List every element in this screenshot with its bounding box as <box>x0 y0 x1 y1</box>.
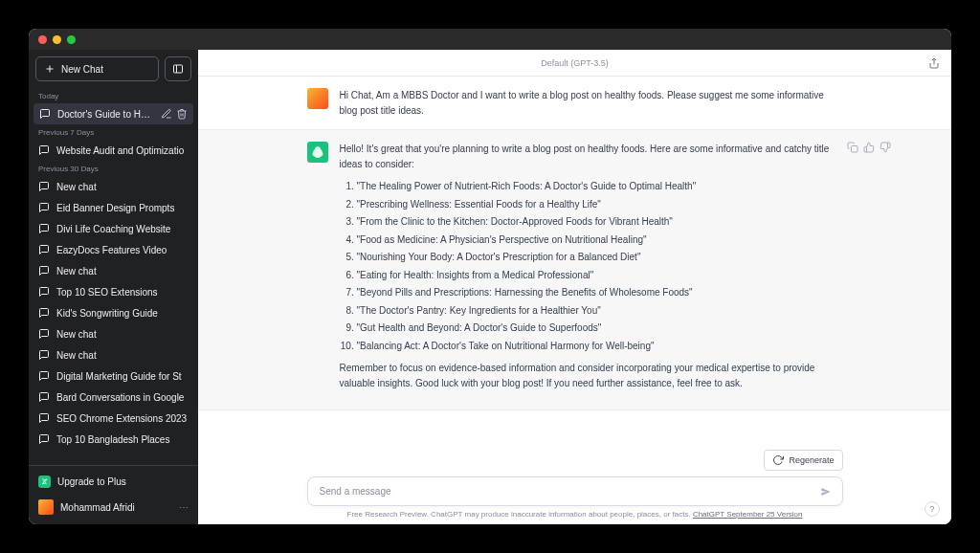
send-button[interactable] <box>816 482 835 501</box>
chat-icon <box>38 412 50 424</box>
chat-icon <box>38 307 50 319</box>
chat-icon <box>38 202 50 213</box>
user-name-label: Mohammad Afridi <box>60 502 172 513</box>
copy-icon[interactable] <box>847 142 858 153</box>
sidebar-bottom: Upgrade to Plus Mohammad Afridi ⋯ <box>29 465 198 524</box>
sidebar-item-label: Divi Life Coaching Website <box>56 224 189 234</box>
list-item: "Food as Medicine: A Physician's Perspec… <box>357 232 843 248</box>
chat-icon <box>38 144 50 156</box>
sidebar-section-label: Previous 7 Days <box>29 124 198 140</box>
send-icon <box>820 486 832 498</box>
topbar: Default (GPT-3.5) <box>198 50 951 77</box>
upgrade-button[interactable]: Upgrade to Plus <box>29 470 198 494</box>
sidebar-item[interactable]: Top 10 Bangladesh Places <box>29 429 198 450</box>
sidebar-item-label: Eid Banner Design Prompts <box>56 203 189 213</box>
edit-icon[interactable] <box>161 108 172 120</box>
sidebar-section-label: Today <box>29 88 198 103</box>
message-input[interactable] <box>307 476 843 506</box>
user-message: Hi Chat, Am a MBBS Doctor and I want to … <box>198 77 951 129</box>
list-item: "Beyond Pills and Prescriptions: Harness… <box>357 285 843 300</box>
chat-icon <box>38 370 50 382</box>
sidebar-item-label: SEO Chrome Extensions 2023 <box>56 413 189 424</box>
sidebar-item[interactable]: Top 10 SEO Extensions <box>29 281 198 302</box>
sidebar-item-label: New chat <box>56 266 189 276</box>
sidebar-item-label: New chat <box>56 182 189 192</box>
model-label: Default (GPT-3.5) <box>541 58 609 68</box>
window-close-icon[interactable] <box>38 35 47 44</box>
sidebar-item[interactable]: Website Audit and Optimizatio <box>29 140 198 161</box>
version-link[interactable]: ChatGPT September 25 Version <box>693 510 803 519</box>
more-icon: ⋯ <box>179 502 189 513</box>
regenerate-button[interactable]: Regenerate <box>764 450 842 471</box>
hide-sidebar-button[interactable] <box>165 56 191 81</box>
new-chat-button[interactable]: New Chat <box>35 56 159 81</box>
regenerate-label: Regenerate <box>789 455 834 465</box>
sidebar-item-label: Top 10 Bangladesh Places <box>56 434 189 445</box>
plus-icon <box>44 63 56 75</box>
list-item: "Gut Health and Beyond: A Doctor's Guide… <box>357 321 843 336</box>
assistant-title-list: "The Healing Power of Nutrient-Rich Food… <box>340 179 843 353</box>
assistant-message-content: Hello! It's great that you're planning t… <box>340 142 843 398</box>
sidebar-item[interactable]: New chat <box>29 323 198 344</box>
user-message-text: Hi Chat, Am a MBBS Doctor and I want to … <box>340 88 843 118</box>
sidebar-item[interactable]: SEO Chrome Extensions 2023 <box>29 408 198 429</box>
sidebar-item[interactable]: Digital Marketing Guide for St <box>29 365 198 387</box>
chat-icon <box>39 108 51 120</box>
sidebar-item[interactable]: Divi Life Coaching Website <box>29 218 198 239</box>
thumbs-down-icon[interactable] <box>880 142 891 153</box>
chat-icon <box>38 286 50 298</box>
sidebar-item[interactable]: Eid Banner Design Prompts <box>29 197 198 218</box>
chat-icon <box>38 265 50 276</box>
upgrade-label: Upgrade to Plus <box>57 476 189 487</box>
sidebar-item-label: Top 10 SEO Extensions <box>56 287 189 298</box>
app-body: New Chat TodayDoctor's Guide to HealtPre… <box>29 50 951 524</box>
list-item: "The Doctor's Pantry: Key Ingredients fo… <box>357 303 843 319</box>
input-area: Regenerate Free Research Preview. ChatGP… <box>198 444 951 524</box>
window-minimize-icon[interactable] <box>53 35 61 44</box>
star-icon <box>38 476 51 488</box>
chat-icon <box>38 328 50 340</box>
app-window: New Chat TodayDoctor's Guide to HealtPre… <box>29 29 951 524</box>
chat-icon <box>38 244 50 255</box>
message-actions <box>847 142 891 153</box>
disclaimer: Free Research Preview. ChatGPT may produ… <box>198 510 951 519</box>
messages: Hi Chat, Am a MBBS Doctor and I want to … <box>198 77 951 444</box>
chat-icon <box>38 391 50 403</box>
sidebar-item-label: Kid's Songwriting Guide <box>56 308 189 319</box>
user-avatar-icon <box>307 88 328 109</box>
sidebar-top: New Chat <box>29 50 198 88</box>
sidebar: New Chat TodayDoctor's Guide to HealtPre… <box>29 50 198 524</box>
list-item: "The Healing Power of Nutrient-Rich Food… <box>357 179 843 194</box>
share-icon <box>928 57 940 69</box>
list-item: "Nourishing Your Body: A Doctor's Prescr… <box>357 250 843 265</box>
list-item: "From the Clinic to the Kitchen: Doctor-… <box>357 214 843 230</box>
sidebar-item[interactable]: EazyDocs Features Video <box>29 239 198 260</box>
user-avatar-icon <box>38 499 54 515</box>
share-button[interactable] <box>926 55 942 71</box>
window-titlebar <box>29 29 951 50</box>
sidebar-item[interactable]: Doctor's Guide to Healt <box>33 103 193 124</box>
thumbs-up-icon[interactable] <box>863 142 875 153</box>
svg-rect-2 <box>851 146 858 153</box>
help-button[interactable]: ? <box>924 501 940 517</box>
sidebar-item[interactable]: New chat <box>29 176 198 197</box>
panel-icon <box>172 63 184 75</box>
chat-icon <box>38 181 50 192</box>
svg-rect-0 <box>174 65 183 73</box>
user-menu-button[interactable]: Mohammad Afridi ⋯ <box>29 494 198 520</box>
sidebar-item-label: EazyDocs Features Video <box>56 245 189 255</box>
assistant-avatar-icon <box>307 142 328 163</box>
sidebar-list: TodayDoctor's Guide to HealtPrevious 7 D… <box>29 88 198 465</box>
trash-icon[interactable] <box>176 108 188 120</box>
sidebar-item[interactable]: New chat <box>29 344 198 365</box>
sidebar-item-label: New chat <box>56 350 189 361</box>
sidebar-item[interactable]: Kid's Songwriting Guide <box>29 302 198 323</box>
assistant-outro-text: Remember to focus on evidence-based info… <box>340 361 843 390</box>
sidebar-item-label: Bard Conversations in Google <box>56 392 189 403</box>
window-zoom-icon[interactable] <box>67 35 76 44</box>
new-chat-label: New Chat <box>61 64 103 75</box>
sidebar-item-label: Website Audit and Optimizatio <box>56 145 189 156</box>
sidebar-item[interactable]: Bard Conversations in Google <box>29 387 198 408</box>
sidebar-item[interactable]: New chat <box>29 260 198 281</box>
disclaimer-text: Free Research Preview. ChatGPT may produ… <box>347 510 693 519</box>
